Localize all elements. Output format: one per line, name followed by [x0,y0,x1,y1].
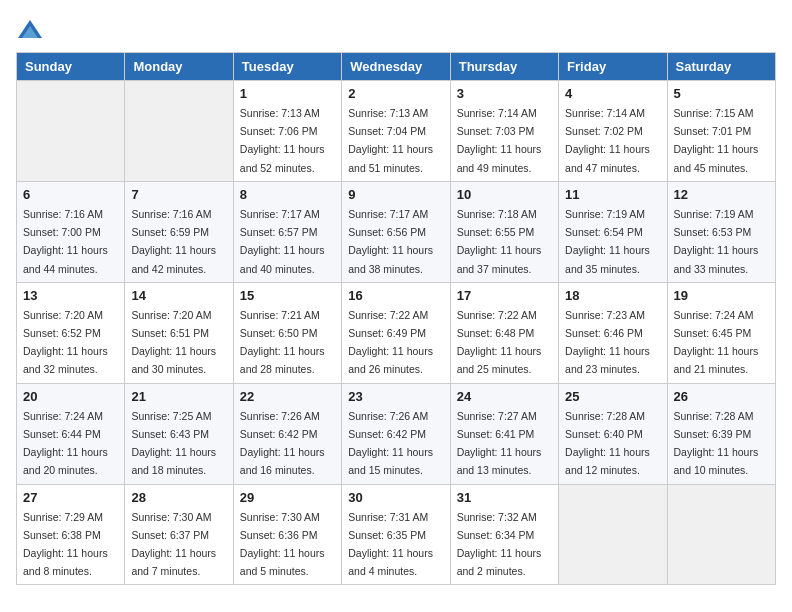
day-detail: Sunrise: 7:13 AMSunset: 7:04 PMDaylight:… [348,107,433,174]
day-number: 13 [23,288,118,303]
logo-icon [16,16,44,44]
calendar-cell: 1 Sunrise: 7:13 AMSunset: 7:06 PMDayligh… [233,81,341,182]
day-detail: Sunrise: 7:20 AMSunset: 6:52 PMDaylight:… [23,309,108,376]
calendar-cell: 28 Sunrise: 7:30 AMSunset: 6:37 PMDaylig… [125,484,233,585]
weekday-header-row: SundayMondayTuesdayWednesdayThursdayFrid… [17,53,776,81]
day-number: 23 [348,389,443,404]
calendar-cell: 9 Sunrise: 7:17 AMSunset: 6:56 PMDayligh… [342,181,450,282]
day-detail: Sunrise: 7:24 AMSunset: 6:45 PMDaylight:… [674,309,759,376]
calendar-cell: 6 Sunrise: 7:16 AMSunset: 7:00 PMDayligh… [17,181,125,282]
day-number: 31 [457,490,552,505]
day-number: 9 [348,187,443,202]
calendar-cell: 19 Sunrise: 7:24 AMSunset: 6:45 PMDaylig… [667,282,775,383]
day-detail: Sunrise: 7:14 AMSunset: 7:02 PMDaylight:… [565,107,650,174]
day-detail: Sunrise: 7:15 AMSunset: 7:01 PMDaylight:… [674,107,759,174]
calendar-cell: 27 Sunrise: 7:29 AMSunset: 6:38 PMDaylig… [17,484,125,585]
day-number: 29 [240,490,335,505]
day-detail: Sunrise: 7:20 AMSunset: 6:51 PMDaylight:… [131,309,216,376]
day-number: 28 [131,490,226,505]
day-detail: Sunrise: 7:18 AMSunset: 6:55 PMDaylight:… [457,208,542,275]
day-number: 30 [348,490,443,505]
day-detail: Sunrise: 7:22 AMSunset: 6:48 PMDaylight:… [457,309,542,376]
calendar-cell: 17 Sunrise: 7:22 AMSunset: 6:48 PMDaylig… [450,282,558,383]
calendar-cell [559,484,667,585]
calendar-cell: 25 Sunrise: 7:28 AMSunset: 6:40 PMDaylig… [559,383,667,484]
day-number: 24 [457,389,552,404]
day-number: 6 [23,187,118,202]
weekday-header-thursday: Thursday [450,53,558,81]
day-number: 7 [131,187,226,202]
calendar-cell [667,484,775,585]
day-number: 11 [565,187,660,202]
calendar-cell: 31 Sunrise: 7:32 AMSunset: 6:34 PMDaylig… [450,484,558,585]
calendar-cell: 15 Sunrise: 7:21 AMSunset: 6:50 PMDaylig… [233,282,341,383]
day-detail: Sunrise: 7:14 AMSunset: 7:03 PMDaylight:… [457,107,542,174]
day-detail: Sunrise: 7:26 AMSunset: 6:42 PMDaylight:… [348,410,433,477]
calendar-cell: 11 Sunrise: 7:19 AMSunset: 6:54 PMDaylig… [559,181,667,282]
day-detail: Sunrise: 7:19 AMSunset: 6:54 PMDaylight:… [565,208,650,275]
day-number: 3 [457,86,552,101]
calendar-cell: 8 Sunrise: 7:17 AMSunset: 6:57 PMDayligh… [233,181,341,282]
calendar-cell [125,81,233,182]
day-detail: Sunrise: 7:24 AMSunset: 6:44 PMDaylight:… [23,410,108,477]
day-detail: Sunrise: 7:16 AMSunset: 6:59 PMDaylight:… [131,208,216,275]
day-detail: Sunrise: 7:17 AMSunset: 6:56 PMDaylight:… [348,208,433,275]
weekday-header-tuesday: Tuesday [233,53,341,81]
day-number: 19 [674,288,769,303]
calendar-cell: 18 Sunrise: 7:23 AMSunset: 6:46 PMDaylig… [559,282,667,383]
calendar-cell: 29 Sunrise: 7:30 AMSunset: 6:36 PMDaylig… [233,484,341,585]
day-detail: Sunrise: 7:17 AMSunset: 6:57 PMDaylight:… [240,208,325,275]
calendar-cell: 23 Sunrise: 7:26 AMSunset: 6:42 PMDaylig… [342,383,450,484]
calendar-cell: 14 Sunrise: 7:20 AMSunset: 6:51 PMDaylig… [125,282,233,383]
day-number: 2 [348,86,443,101]
calendar-cell: 2 Sunrise: 7:13 AMSunset: 7:04 PMDayligh… [342,81,450,182]
day-number: 14 [131,288,226,303]
calendar-cell: 4 Sunrise: 7:14 AMSunset: 7:02 PMDayligh… [559,81,667,182]
calendar-week-1: 1 Sunrise: 7:13 AMSunset: 7:06 PMDayligh… [17,81,776,182]
day-number: 22 [240,389,335,404]
day-number: 12 [674,187,769,202]
calendar-cell [17,81,125,182]
calendar-cell: 10 Sunrise: 7:18 AMSunset: 6:55 PMDaylig… [450,181,558,282]
calendar-cell: 26 Sunrise: 7:28 AMSunset: 6:39 PMDaylig… [667,383,775,484]
day-number: 25 [565,389,660,404]
calendar-cell: 12 Sunrise: 7:19 AMSunset: 6:53 PMDaylig… [667,181,775,282]
day-number: 27 [23,490,118,505]
calendar-week-4: 20 Sunrise: 7:24 AMSunset: 6:44 PMDaylig… [17,383,776,484]
day-detail: Sunrise: 7:23 AMSunset: 6:46 PMDaylight:… [565,309,650,376]
day-number: 10 [457,187,552,202]
day-number: 18 [565,288,660,303]
day-detail: Sunrise: 7:29 AMSunset: 6:38 PMDaylight:… [23,511,108,578]
day-number: 21 [131,389,226,404]
calendar-week-5: 27 Sunrise: 7:29 AMSunset: 6:38 PMDaylig… [17,484,776,585]
day-number: 26 [674,389,769,404]
calendar-cell: 13 Sunrise: 7:20 AMSunset: 6:52 PMDaylig… [17,282,125,383]
weekday-header-saturday: Saturday [667,53,775,81]
logo [16,16,48,44]
day-detail: Sunrise: 7:30 AMSunset: 6:36 PMDaylight:… [240,511,325,578]
day-detail: Sunrise: 7:28 AMSunset: 6:40 PMDaylight:… [565,410,650,477]
weekday-header-monday: Monday [125,53,233,81]
calendar-cell: 7 Sunrise: 7:16 AMSunset: 6:59 PMDayligh… [125,181,233,282]
day-number: 20 [23,389,118,404]
calendar-table: SundayMondayTuesdayWednesdayThursdayFrid… [16,52,776,585]
weekday-header-wednesday: Wednesday [342,53,450,81]
day-number: 17 [457,288,552,303]
weekday-header-sunday: Sunday [17,53,125,81]
weekday-header-friday: Friday [559,53,667,81]
day-number: 8 [240,187,335,202]
day-number: 15 [240,288,335,303]
calendar-cell: 22 Sunrise: 7:26 AMSunset: 6:42 PMDaylig… [233,383,341,484]
day-detail: Sunrise: 7:30 AMSunset: 6:37 PMDaylight:… [131,511,216,578]
day-detail: Sunrise: 7:28 AMSunset: 6:39 PMDaylight:… [674,410,759,477]
day-number: 4 [565,86,660,101]
day-detail: Sunrise: 7:31 AMSunset: 6:35 PMDaylight:… [348,511,433,578]
day-detail: Sunrise: 7:25 AMSunset: 6:43 PMDaylight:… [131,410,216,477]
day-detail: Sunrise: 7:16 AMSunset: 7:00 PMDaylight:… [23,208,108,275]
day-detail: Sunrise: 7:27 AMSunset: 6:41 PMDaylight:… [457,410,542,477]
day-detail: Sunrise: 7:22 AMSunset: 6:49 PMDaylight:… [348,309,433,376]
day-number: 16 [348,288,443,303]
calendar-cell: 16 Sunrise: 7:22 AMSunset: 6:49 PMDaylig… [342,282,450,383]
day-detail: Sunrise: 7:26 AMSunset: 6:42 PMDaylight:… [240,410,325,477]
day-number: 5 [674,86,769,101]
